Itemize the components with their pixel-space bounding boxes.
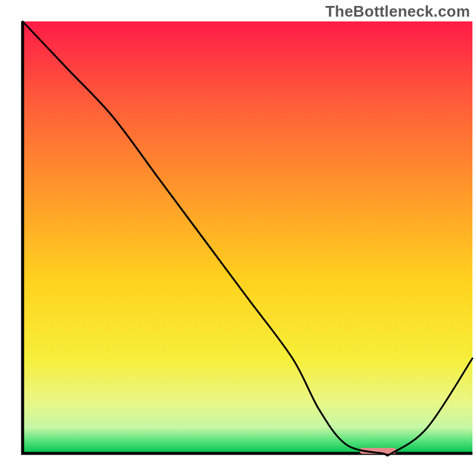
plot-background (23, 21, 472, 453)
chart-stage: TheBottleneck.com (0, 0, 476, 476)
chart-svg (0, 0, 476, 476)
